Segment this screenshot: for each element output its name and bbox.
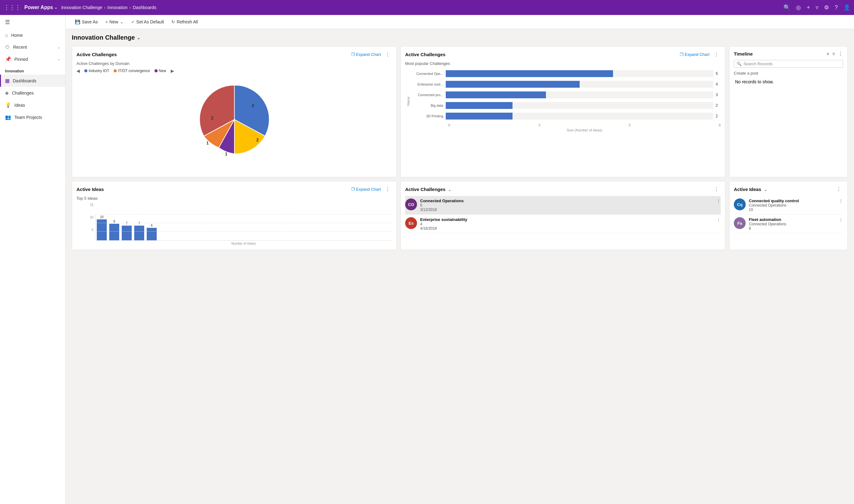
set-as-default-button[interactable]: ✓ Set As Default [128, 17, 167, 26]
save-as-button[interactable]: 💾 Save As [72, 17, 101, 26]
challenge-avatar-0: CO [405, 198, 417, 210]
ideas-expand-button[interactable]: ❐ Expand Chart [351, 187, 381, 192]
pie-nav-right[interactable]: ▶ [171, 68, 174, 73]
dashboard-area: Innovation Challenge ⌄ Active Challenges… [66, 29, 854, 504]
sidebar-item-dashboards[interactable]: ▦ Dashboards [0, 75, 65, 87]
target-icon[interactable]: ◎ [796, 4, 801, 11]
ideas-bars: 10 8 7 7 [95, 214, 392, 240]
svg-text:1: 1 [206, 140, 209, 145]
legend-dot-industry-iot [84, 69, 87, 72]
timeline-create-post[interactable]: Create a post [734, 71, 843, 75]
challenge-more-0[interactable]: ⋮ [716, 198, 721, 203]
pie-expand-button[interactable]: ❐ Expand Chart [351, 52, 381, 57]
breadcrumb-dashboards[interactable]: Dashboards [133, 5, 156, 10]
bar-expand-button[interactable]: ❐ Expand Chart [680, 52, 710, 57]
bar-chart-rows: Connected Ope... 5 Enterprise sust... 4 … [411, 70, 721, 132]
pinned-icon: 📌 [5, 56, 11, 62]
sidebar-item-ideas[interactable]: 💡 Ideas [0, 99, 65, 111]
ideas-card-header: Active Ideas ❐ Expand Chart ⋮ [76, 186, 392, 193]
pie-nav-left[interactable]: ◀ [76, 68, 80, 73]
app-chevron-icon: ⌄ [54, 5, 57, 10]
check-icon: ✓ [131, 19, 135, 24]
bar-row-3: Big data 2 [411, 102, 721, 109]
bar-value-4: 2 [716, 114, 721, 118]
bar-value-1: 4 [716, 82, 721, 87]
idea-item-0[interactable]: Cq Connected quality control Connected O… [734, 196, 843, 215]
search-icon[interactable]: 🔍 [783, 4, 790, 11]
bar-fill-1 [446, 81, 580, 88]
challenge-count-1: 4 [420, 222, 713, 226]
challenge-item-0[interactable]: CO Connected Operations 5 3/12/2018 ⋮ [405, 196, 721, 215]
bar-tick-0: 0 [448, 123, 450, 127]
legend-label-industry-iot: Industry IOT [89, 69, 109, 73]
challenges-list-more[interactable]: ⋮ [712, 186, 721, 193]
ideas-list-chevron-icon[interactable]: ⌄ [764, 187, 767, 192]
idea-votes-0: 10 [749, 208, 836, 212]
ideas-bar-2 [122, 226, 132, 240]
dashboard-title-chevron-icon[interactable]: ⌄ [137, 35, 140, 40]
challenge-count-0: 5 [420, 203, 713, 208]
app-body: ☰ ⌂ Home ⏲ Recent ⌄ 📌 Pinned ⌄ Innovatio… [0, 15, 854, 504]
sidebar-item-pinned[interactable]: 📌 Pinned ⌄ [0, 53, 65, 65]
challenge-date-1: 4/16/2018 [420, 226, 713, 231]
pie-card-title: Active Challenges [76, 52, 117, 57]
refresh-all-button[interactable]: ↻ Refresh All [168, 17, 201, 26]
timeline-filter-icon[interactable]: ▿ [833, 51, 835, 57]
main-content: 💾 Save As + New ⌄ ✓ Set As Default ↻ Ref… [66, 15, 854, 504]
pie-more-button[interactable]: ⋮ [383, 51, 392, 58]
save-as-label: Save As [82, 19, 98, 24]
svg-text:1: 1 [225, 151, 228, 156]
bar-expand-label: Expand Chart [685, 52, 710, 57]
sidebar: ☰ ⌂ Home ⏲ Recent ⌄ 📌 Pinned ⌄ Innovatio… [0, 15, 66, 504]
idea-avatar-0: Cq [734, 198, 746, 210]
challenges-list-chevron-icon[interactable]: ⌄ [448, 187, 452, 192]
breadcrumb-innovation[interactable]: Innovation [107, 5, 128, 10]
help-icon[interactable]: ? [835, 4, 838, 11]
add-icon[interactable]: + [806, 4, 810, 11]
y-tick-5: 5 [86, 228, 93, 232]
dashboard-top-grid: Active Challenges ❐ Expand Chart ⋮ Activ… [72, 46, 848, 177]
idea-more-0[interactable]: ⋮ [839, 198, 843, 203]
user-icon[interactable]: 👤 [843, 4, 850, 11]
timeline-scroll-area[interactable]: No records to show. [734, 78, 843, 86]
ideas-expand-label: Expand Chart [356, 187, 381, 192]
sidebar-hamburger[interactable]: ☰ [0, 15, 65, 29]
filter-icon[interactable]: ▿ [816, 4, 818, 11]
challenges-list: CO Connected Operations 5 3/12/2018 ⋮ Es [405, 196, 721, 233]
challenge-item-1[interactable]: Es Enterprise sustainability 4 4/16/2018… [405, 215, 721, 233]
timeline-more-icon[interactable]: ⋮ [838, 51, 843, 57]
ideas-list-more[interactable]: ⋮ [834, 186, 843, 193]
ideas-icon: 💡 [5, 102, 11, 108]
ideas-more-button[interactable]: ⋮ [383, 186, 392, 193]
sidebar-item-teamprojects[interactable]: 👥 Team Projects [0, 111, 65, 123]
idea-more-1[interactable]: ⋮ [839, 217, 843, 222]
waffle-icon[interactable]: ⋮⋮⋮ [4, 4, 21, 11]
bar-track-4 [446, 113, 713, 120]
ideas-expand-icon: ❐ [351, 187, 355, 192]
challenge-more-1[interactable]: ⋮ [716, 217, 721, 222]
set-as-default-label: Set As Default [137, 19, 164, 24]
bar-track-2 [446, 91, 713, 98]
breadcrumb-innovation-challenge[interactable]: Innovation Challenge [61, 5, 102, 10]
new-button[interactable]: + New ⌄ [102, 17, 126, 26]
bar-x-axis: 0 3 5 8 [411, 123, 721, 127]
bar-label-1: Enterprise sust... [411, 83, 446, 86]
sidebar-item-recent[interactable]: ⏲ Recent ⌄ [0, 41, 65, 53]
challenges-icon: ◈ [5, 90, 9, 96]
grid-line-5 [95, 231, 392, 232]
settings-icon[interactable]: ⚙ [824, 4, 829, 11]
bar-card-title: Active Challenges [405, 52, 445, 57]
sidebar-item-home[interactable]: ⌂ Home [0, 29, 65, 41]
app-logo[interactable]: Power Apps ⌄ [24, 5, 57, 10]
toolbar: 💾 Save As + New ⌄ ✓ Set As Default ↻ Ref… [66, 15, 854, 29]
bar-fill-3 [446, 102, 513, 109]
idea-sub-1: Connected Operations [749, 222, 836, 226]
bar-row-1: Enterprise sust... 4 [411, 81, 721, 88]
bar-track-0 [446, 70, 713, 77]
bar-row-4: 3D Printing 2 [411, 113, 721, 120]
bar-more-button[interactable]: ⋮ [712, 51, 721, 58]
timeline-add-icon[interactable]: + [826, 51, 829, 57]
idea-item-1[interactable]: Fa Fleet automation Connected Operations… [734, 215, 843, 233]
timeline-search[interactable]: 🔍 Search Records [734, 60, 843, 68]
sidebar-item-challenges[interactable]: ◈ Challenges [0, 87, 65, 99]
